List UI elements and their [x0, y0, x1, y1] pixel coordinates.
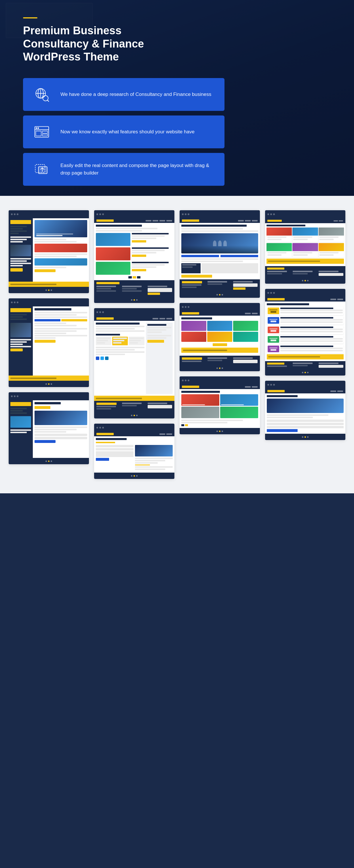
tl: [293, 252, 312, 253]
tl: [10, 265, 23, 267]
ss-header: [94, 210, 174, 218]
tl: [132, 238, 156, 239]
ss-footer-col: [207, 358, 232, 363]
nav-dot: [182, 379, 184, 381]
svg-point-12: [38, 128, 39, 129]
ss-title: [267, 303, 309, 305]
footer-dot: [131, 299, 132, 301]
ss-img3: [35, 258, 87, 266]
tl: [252, 313, 258, 314]
ss-contact-info: [10, 237, 31, 243]
tl: [280, 319, 343, 320]
tl: [319, 237, 339, 238]
tl: [182, 264, 196, 266]
ss-event-date: [132, 269, 146, 271]
screenshot-footer-only[interactable]: [265, 381, 345, 440]
ss-right-content: [33, 400, 89, 458]
tl: [252, 386, 258, 388]
tl: [113, 342, 122, 344]
ss-event-details: [280, 317, 343, 324]
ss-map: [35, 411, 87, 425]
nav-dot: [96, 311, 98, 313]
footer-dot-active: [304, 280, 306, 281]
screenshot-portfolio[interactable]: [180, 303, 260, 371]
footer-dot: [222, 368, 223, 369]
ss-label: [221, 404, 244, 405]
feature-text-2: Now we know exactly what features should…: [60, 128, 195, 136]
tl: [132, 235, 164, 237]
screenshot-events-classic[interactable]: [94, 210, 174, 303]
ss-item-body: [292, 251, 318, 257]
screenshot-job-listing[interactable]: [9, 298, 89, 387]
tl: [35, 328, 87, 330]
ss-main: [180, 316, 260, 356]
ss-main: [180, 389, 260, 428]
tl: [35, 335, 87, 336]
footer-dot-active: [133, 415, 135, 416]
ss-title: [181, 391, 220, 393]
nav-dot: [182, 213, 184, 215]
ss-nav-item: [10, 226, 27, 227]
tl: [202, 264, 246, 266]
ss-footer-col: [207, 281, 232, 290]
ss-events-grid: [181, 394, 258, 418]
ss-footer: [9, 287, 89, 293]
ss-nav-bar: [180, 384, 260, 389]
ss-item-body: [319, 236, 344, 242]
screenshot-contact-us[interactable]: [9, 392, 89, 464]
ss-banner-text: [10, 284, 56, 285]
tl: [181, 420, 243, 421]
ss-portfolio-item: [207, 321, 232, 331]
tl: [147, 335, 171, 336]
tl: [267, 414, 328, 416]
tl: [96, 406, 116, 407]
tl: [280, 346, 333, 347]
ss-main: [265, 302, 345, 361]
screenshot-events-grid-bottom[interactable]: [180, 376, 260, 434]
ss-right-content: [33, 306, 89, 376]
feature-card-1: We have done a deep research of Consulta…: [23, 78, 224, 111]
tl: [10, 262, 31, 264]
ss-nav-bar: [265, 389, 345, 393]
ss-post-title: [181, 225, 247, 227]
globe-icon-svg: [34, 86, 50, 102]
footer-dot: [302, 372, 303, 373]
ss-img: [10, 323, 31, 337]
ss-nav-bar: [265, 297, 345, 302]
tl: [182, 361, 201, 362]
ss-event-item: [96, 233, 173, 246]
screenshot-events-grid[interactable]: [265, 210, 345, 284]
screenshot-events-modern[interactable]: [265, 289, 345, 376]
feature-text-1: We have done a deep research of Consulta…: [60, 91, 211, 98]
ss-right-content: [33, 218, 89, 282]
ss-logo: [267, 220, 282, 222]
tl: [293, 254, 308, 256]
ss-logo: [182, 219, 199, 222]
ss-footer-col: [182, 281, 206, 290]
screenshot-contact-form[interactable]: [94, 424, 174, 479]
tl: [10, 412, 27, 414]
globe-search-icon: [32, 84, 52, 104]
browser-icon-svg: [34, 124, 50, 140]
ss-item-img: [266, 227, 292, 236]
ss-next-btn: [221, 255, 258, 257]
ss-resp-item: [112, 337, 128, 345]
ss-left-sidebar: [9, 306, 33, 376]
ss-header: [265, 381, 345, 389]
screenshot-job-detail[interactable]: [94, 308, 174, 418]
tl: [97, 342, 105, 344]
tl: [280, 336, 333, 338]
tl: [35, 337, 56, 339]
ss-nav-links: [153, 318, 172, 319]
ss-input: [96, 448, 133, 451]
ss-footer-logo: [182, 281, 202, 283]
ss-consulting-footer: [94, 280, 174, 297]
ss-body-inner: [9, 306, 89, 376]
tl: [280, 321, 343, 323]
ss-title: [96, 438, 127, 440]
ss-input: [233, 360, 258, 363]
screenshot-blog-post[interactable]: [180, 210, 260, 298]
ss-input: [35, 437, 87, 439]
screenshot-sidebar-classic[interactable]: [9, 210, 89, 293]
ss-item-img: [319, 243, 344, 251]
